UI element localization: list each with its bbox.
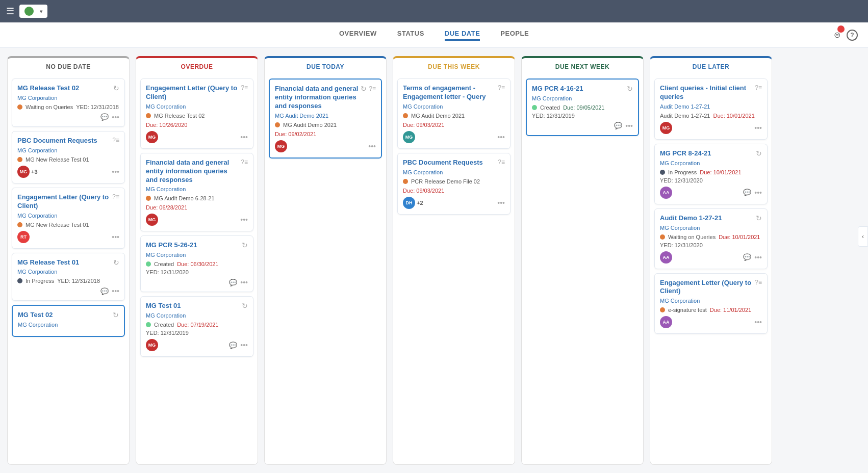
card-company: MG Corporation	[17, 95, 119, 101]
three-dots-icon[interactable]: •••	[240, 341, 248, 349]
status-dot	[17, 157, 22, 162]
sync-icon[interactable]: ↻	[756, 149, 762, 157]
card-company: MG Corporation	[17, 269, 119, 275]
sync-icon[interactable]: ↻	[756, 214, 762, 222]
three-dots-icon[interactable]: •••	[497, 199, 505, 207]
chat-icon[interactable]: 💬	[743, 253, 751, 261]
sync-icon[interactable]: ↻	[113, 311, 119, 319]
card-title: Financial data and general entity inform…	[275, 85, 361, 111]
card-meta: In ProgressDue: 10/01/2021	[660, 169, 762, 175]
three-dots-icon[interactable]: •••	[754, 189, 762, 197]
status-label: In Progress	[25, 278, 54, 284]
three-dots-icon[interactable]: •••	[625, 122, 633, 130]
question-mark-icon[interactable]: ?≡	[755, 84, 762, 91]
avatar: MG	[146, 131, 158, 143]
question-mark-icon[interactable]: ?≡	[498, 159, 505, 166]
help-icon[interactable]: ?	[847, 30, 858, 41]
status-dot	[146, 322, 151, 327]
three-dots-icon[interactable]: •••	[368, 142, 376, 150]
three-dots-icon[interactable]: •••	[754, 318, 762, 326]
chat-icon[interactable]: 💬	[743, 189, 751, 196]
due-date: YED: 12/31/2018	[76, 104, 119, 110]
tab-status[interactable]: STATUS	[397, 30, 424, 41]
tab-due-date[interactable]: DUE DATE	[445, 30, 480, 41]
card[interactable]: MG Release Test 02↻MG CorporationWaiting…	[12, 78, 125, 127]
sync-icon[interactable]: ↻	[113, 84, 119, 92]
card-meta: CreatedDue: 09/05/2021	[532, 104, 633, 111]
card-meta: MG Audit Demo 2021Due: 09/02/2021	[275, 122, 376, 137]
card[interactable]: Engagement Letter (Query to Client)?≡MG …	[140, 78, 253, 149]
card-meta: CreatedDue: 06/30/2021	[146, 261, 248, 267]
three-dots-icon[interactable]: •••	[240, 278, 248, 286]
three-dots-icon[interactable]: •••	[240, 133, 248, 141]
filter-badge	[837, 25, 845, 33]
card-company: MG Audit Demo 2021	[275, 113, 376, 119]
three-dots-icon[interactable]: •••	[112, 168, 119, 176]
status-label: MG Release Test 02	[154, 113, 205, 119]
card[interactable]: Client queries - Initial client queries?…	[654, 78, 768, 140]
question-mark-icon[interactable]: ?≡	[112, 193, 119, 200]
card[interactable]: MG Test 01↻MG CorporationCreatedDue: 07/…	[140, 296, 253, 357]
column-no-due-date: NO DUE DATEMG Release Test 02↻MG Corpora…	[7, 56, 130, 465]
sync-icon[interactable]: ↻	[113, 258, 119, 267]
status-dot	[660, 170, 665, 175]
question-mark-icon[interactable]: ?≡	[498, 84, 505, 91]
status-dot	[17, 222, 22, 227]
three-dots-icon[interactable]: •••	[112, 287, 119, 295]
chat-icon[interactable]: 💬	[100, 287, 109, 295]
due-date: Due: 07/19/2021	[177, 322, 218, 328]
collapse-button[interactable]: ‹	[858, 226, 868, 247]
avatar: MG	[17, 166, 30, 178]
column-header-overdue: OVERDUE	[136, 56, 258, 74]
card[interactable]: MG PCR 5-26-21↻MG CorporationCreatedDue:…	[140, 235, 253, 292]
card-title: PBC Document Requests	[17, 137, 112, 145]
card[interactable]: PBC Document Requests?≡MG CorporationMG …	[12, 131, 125, 183]
card[interactable]: Financial data and general entity inform…	[269, 78, 382, 159]
question-mark-icon[interactable]: ?≡	[112, 137, 119, 144]
card-avatars: DH+2	[403, 197, 423, 209]
card[interactable]: PBC Document Requests?≡MG CorporationPCR…	[397, 153, 510, 215]
sync-icon[interactable]: ↻	[361, 85, 367, 93]
sync-icon[interactable]: ↻	[242, 241, 248, 249]
card-title: Client queries - Initial client queries	[660, 84, 755, 101]
menu-icon[interactable]: ☰	[6, 6, 14, 17]
card[interactable]: Financial data and general entity inform…	[140, 153, 253, 232]
card[interactable]: MG PCR 8-24-21↻MG CorporationIn Progress…	[654, 144, 768, 204]
three-dots-icon[interactable]: •••	[754, 253, 762, 261]
card-avatars: MG	[660, 122, 672, 134]
tab-people[interactable]: PEOPLE	[500, 30, 529, 41]
card-meta: MG New Release Test 01	[17, 222, 119, 228]
question-mark-icon[interactable]: ?≡	[241, 159, 248, 166]
sync-icon[interactable]: ↻	[242, 302, 248, 310]
three-dots-icon[interactable]: •••	[497, 133, 505, 141]
card[interactable]: Engagement Letter (Query to Client)?≡MG …	[12, 188, 125, 249]
three-dots-icon[interactable]: •••	[240, 216, 248, 224]
chat-icon[interactable]: 💬	[614, 122, 622, 129]
card-meta: PCR Release Demo File 02Due: 09/03/2021	[403, 178, 505, 194]
tab-bar: OVERVIEW STATUS DUE DATE PEOPLE ⊜ ?	[0, 22, 868, 48]
card[interactable]: MG Test 02↻MG Corporation	[12, 305, 125, 337]
card-company: MG Corporation	[17, 213, 119, 219]
chat-icon[interactable]: 💬	[229, 279, 237, 286]
status-label: MG Audit Demo 2021	[283, 122, 337, 128]
card[interactable]: Terms of engagement - Engagement letter …	[397, 78, 510, 149]
three-dots-icon[interactable]: •••	[754, 124, 762, 132]
chat-icon[interactable]: 💬	[229, 341, 237, 349]
question-mark-icon[interactable]: ?≡	[369, 85, 376, 92]
tab-overview[interactable]: OVERVIEW	[339, 30, 377, 41]
column-header-due-later: DUE LATER	[650, 56, 772, 74]
three-dots-icon[interactable]: •••	[112, 113, 119, 121]
card-meta-yed: YED: 12/31/2020	[146, 269, 248, 275]
column-body-due-later: Client queries - Initial client queries?…	[650, 74, 772, 465]
three-dots-icon[interactable]: •••	[112, 233, 119, 241]
status-dot	[275, 122, 280, 127]
org-selector[interactable]: ▾	[19, 5, 47, 18]
card[interactable]: MG PCR 4-16-21↻MG CorporationCreatedDue:…	[526, 78, 639, 136]
card[interactable]: Audit Demo 1-27-21↻MG CorporationWaiting…	[654, 208, 768, 269]
question-mark-icon[interactable]: ?≡	[755, 279, 762, 286]
sync-icon[interactable]: ↻	[627, 85, 633, 93]
card[interactable]: Engagement Letter (Query to Client)?≡MG …	[654, 273, 768, 334]
card[interactable]: MG Release Test 01↻MG CorporationIn Prog…	[12, 253, 125, 301]
question-mark-icon[interactable]: ?≡	[241, 84, 248, 91]
chat-icon[interactable]: 💬	[100, 113, 109, 121]
